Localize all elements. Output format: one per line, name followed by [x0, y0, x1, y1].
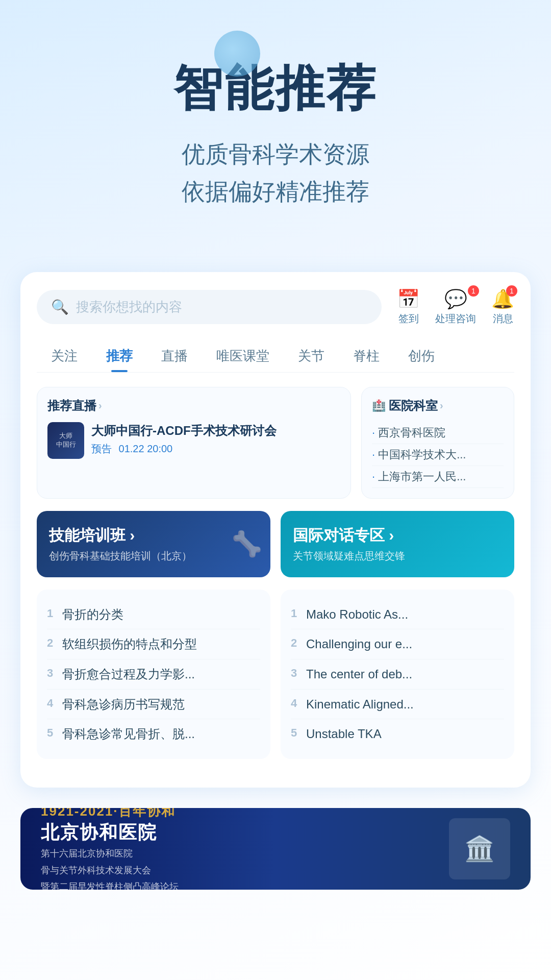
- intl-banner-sub: 关节领域疑难点思维交锋: [293, 549, 502, 563]
- live-card-header: 推荐直播 ›: [47, 398, 340, 414]
- intl-list-item-5[interactable]: 5 Unstable TKA: [291, 719, 504, 749]
- training-banner[interactable]: 技能培训班 › 创伤骨科基础技能培训（北京） 🦴: [37, 511, 270, 577]
- tab-trauma[interactable]: 创伤: [394, 340, 449, 372]
- live-time-text: 01.22 20:00: [119, 443, 173, 454]
- banner-sub3: 暨第二届早发性脊柱侧凸高峰论坛: [41, 878, 449, 890]
- bottom-banner-image: 🏛️: [449, 818, 510, 879]
- live-card[interactable]: 推荐直播 › 大师中国行 大师中国行-ACDF手术技术研讨会 预告 01.22 …: [37, 387, 351, 499]
- action-icons: 📅 签到 💬 1 处理咨询 🔔 1 消息: [397, 288, 514, 326]
- training-banner-deco: 🦴: [232, 530, 262, 558]
- training-banner-sub: 创伤骨科基础技能培训（北京）: [49, 549, 258, 563]
- hospital-arrow: ›: [440, 400, 443, 411]
- search-bar-row: 🔍 搜索你想找的内容 📅 签到 💬 1 处理咨询 🔔 1 消息: [37, 288, 514, 326]
- tab-joint[interactable]: 关节: [284, 340, 339, 372]
- tab-recommend[interactable]: 推荐: [92, 340, 147, 372]
- intl-banner-title: 国际对话专区 ›: [293, 525, 502, 546]
- live-info: 大师中国行-ACDF手术技术研讨会 预告 01.22 20:00: [91, 422, 277, 456]
- banner-sub2: 骨与关节外科技术发展大会: [41, 862, 449, 878]
- intl-list-item-1[interactable]: 1 Mako Robotic As...: [291, 600, 504, 630]
- banner-year: 1921-2021·百年协和: [41, 808, 449, 820]
- hospital-item-1[interactable]: 西京骨科医院: [372, 422, 504, 444]
- lists-row: 1 骨折的分类 2 软组织损伤的特点和分型 3 骨折愈合过程及力学影... 4 …: [37, 590, 514, 759]
- live-item: 大师中国行 大师中国行-ACDF手术技术研讨会 预告 01.22 20:00: [47, 422, 340, 459]
- content-row: 推荐直播 › 大师中国行 大师中国行-ACDF手术技术研讨会 预告 01.22 …: [37, 387, 514, 499]
- hero-subtitle: 优质骨科学术资源 依据偏好精准推荐: [31, 136, 520, 211]
- banner-hospital-title: 北京协和医院: [41, 820, 449, 845]
- search-icon: 🔍: [51, 299, 69, 315]
- search-bar[interactable]: 🔍 搜索你想找的内容: [37, 290, 382, 324]
- hospital-header-text: 医院科室: [389, 398, 438, 414]
- cn-list-item-4[interactable]: 4 骨科急诊病历书写规范: [47, 690, 260, 720]
- intl-list-item-4[interactable]: 4 Kinematic Aligned...: [291, 690, 504, 720]
- intl-banner[interactable]: 国际对话专区 › 关节领域疑难点思维交锋: [281, 511, 514, 577]
- intl-list-item-2[interactable]: 2 Challenging our e...: [291, 629, 504, 659]
- training-banner-title: 技能培训班 ›: [49, 525, 258, 546]
- cn-list-item-5[interactable]: 5 骨科急诊常见骨折、脱...: [47, 719, 260, 749]
- app-card: 🔍 搜索你想找的内容 📅 签到 💬 1 处理咨询 🔔 1 消息 关注 推荐 直播…: [20, 272, 531, 788]
- hospital-header: 🏥 医院科室 ›: [372, 398, 504, 414]
- calendar-icon: 📅: [397, 288, 420, 310]
- bottom-banner-left: 1921-2021·百年协和 北京协和医院 第十六届北京协和医院 骨与关节外科技…: [41, 808, 449, 890]
- hero-section: 智能推荐 优质骨科学术资源 依据偏好精准推荐: [0, 0, 551, 241]
- hero-subtitle-line1: 优质骨科学术资源: [31, 136, 520, 174]
- banner-row: 技能培训班 › 创伤骨科基础技能培训（北京） 🦴 国际对话专区 › 关节领域疑难…: [37, 511, 514, 577]
- tab-weiyi[interactable]: 唯医课堂: [202, 340, 284, 372]
- live-header-arrow: ›: [98, 400, 102, 411]
- intl-list-item-3[interactable]: 3 The center of deb...: [291, 659, 504, 690]
- consult-icon: 💬: [444, 288, 467, 310]
- hero-subtitle-line2: 依据偏好精准推荐: [31, 173, 520, 211]
- message-badge: 1: [506, 285, 517, 297]
- cn-list-item-1[interactable]: 1 骨折的分类: [47, 600, 260, 630]
- cn-list-item-3[interactable]: 3 骨折愈合过程及力学影...: [47, 659, 260, 690]
- hospital-item-3[interactable]: 上海市第一人民...: [372, 466, 504, 488]
- nav-tabs: 关注 推荐 直播 唯医课堂 关节 脊柱 创伤: [37, 340, 514, 373]
- consult-label: 处理咨询: [435, 312, 476, 326]
- hospital-item-2[interactable]: 中国科学技术大...: [372, 444, 504, 466]
- live-preview-label: 预告: [91, 443, 112, 454]
- sign-in-label: 签到: [398, 312, 419, 326]
- hospital-card[interactable]: 🏥 医院科室 › 西京骨科医院 中国科学技术大... 上海市第一人民...: [361, 387, 514, 499]
- tab-follow[interactable]: 关注: [37, 340, 92, 372]
- message-label: 消息: [493, 312, 513, 326]
- live-header-text: 推荐直播: [47, 398, 96, 414]
- hospital-list: 西京骨科医院 中国科学技术大... 上海市第一人民...: [372, 422, 504, 488]
- tab-live[interactable]: 直播: [147, 340, 202, 372]
- live-thumbnail: 大师中国行: [47, 422, 84, 459]
- action-message[interactable]: 🔔 1 消息: [491, 288, 514, 326]
- tab-spine[interactable]: 脊柱: [339, 340, 394, 372]
- cn-list: 1 骨折的分类 2 软组织损伤的特点和分型 3 骨折愈合过程及力学影... 4 …: [37, 590, 270, 759]
- hospital-icon: 🏥: [372, 399, 386, 412]
- intl-list: 1 Mako Robotic As... 2 Challenging our e…: [281, 590, 514, 759]
- search-placeholder: 搜索你想找的内容: [76, 298, 182, 316]
- cn-list-item-2[interactable]: 2 软组织损伤的特点和分型: [47, 629, 260, 659]
- live-time: 预告 01.22 20:00: [91, 442, 277, 456]
- bottom-banner[interactable]: 1921-2021·百年协和 北京协和医院 第十六届北京协和医院 骨与关节外科技…: [20, 808, 531, 890]
- action-consult[interactable]: 💬 1 处理咨询: [435, 288, 476, 326]
- action-sign-in[interactable]: 📅 签到: [397, 288, 420, 326]
- consult-badge: 1: [468, 285, 479, 297]
- hero-title: 智能推荐: [31, 61, 520, 115]
- banner-sub1: 第十六届北京协和医院: [41, 845, 449, 862]
- live-title: 大师中国行-ACDF手术技术研讨会: [91, 422, 277, 439]
- hero-decoration: [214, 31, 260, 77]
